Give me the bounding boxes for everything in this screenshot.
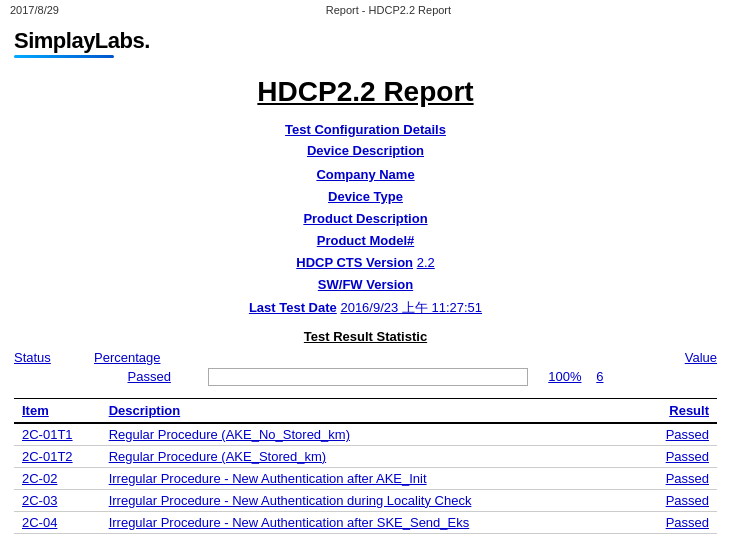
- desc-cell[interactable]: Regular Procedure (AKE_No_Stored_km): [101, 423, 640, 446]
- col-item-header[interactable]: Item: [14, 398, 101, 423]
- stat-pct-val[interactable]: 100%: [532, 369, 582, 384]
- col-result-header[interactable]: Result: [640, 398, 717, 423]
- device-field-label[interactable]: Product Description: [303, 211, 427, 226]
- stat-col-percentage[interactable]: Percentage: [94, 350, 224, 365]
- result-cell[interactable]: Passed: [640, 489, 717, 511]
- device-field-row: Product Description: [14, 208, 717, 230]
- main-content: HDCP2.2 Report Test Configuration Detail…: [0, 62, 731, 535]
- logo-text: SimplayLabs.: [14, 28, 150, 53]
- device-field-label[interactable]: Product Model#: [317, 233, 415, 248]
- test-config-link[interactable]: Test Configuration Details: [285, 122, 446, 137]
- device-field-row: SW/FW Version: [14, 274, 717, 296]
- stat-status-val[interactable]: Passed: [128, 369, 208, 384]
- result-cell[interactable]: Passed: [640, 423, 717, 446]
- logo-underline: [14, 55, 114, 58]
- result-cell[interactable]: Passed: [640, 511, 717, 533]
- desc-cell[interactable]: Irregular Procedure - New Authentication…: [101, 511, 640, 533]
- device-field-row: Device Type: [14, 186, 717, 208]
- stat-col-value[interactable]: Value: [657, 350, 717, 365]
- stat-data-row: Passed 100% 6: [14, 368, 717, 386]
- table-row: 2C-01T1Regular Procedure (AKE_No_Stored_…: [14, 423, 717, 446]
- stat-title: Test Result Statistic: [14, 329, 717, 344]
- desc-cell[interactable]: Irregular Procedure - New Authentication…: [101, 489, 640, 511]
- table-row: 2C-01T2Regular Procedure (AKE_Stored_km)…: [14, 445, 717, 467]
- logo-area: SimplayLabs.: [0, 20, 731, 62]
- stat-header-row: Status Percentage Value: [14, 350, 717, 365]
- stat-col-status[interactable]: Status: [14, 350, 94, 365]
- item-cell[interactable]: 2C-04: [14, 511, 101, 533]
- table-row: 2C-02Irregular Procedure - New Authentic…: [14, 467, 717, 489]
- device-field-label[interactable]: HDCP CTS Version: [296, 255, 413, 270]
- device-description: Company NameDevice TypeProduct Descripti…: [14, 164, 717, 319]
- device-field-value[interactable]: 2.2: [417, 255, 435, 270]
- desc-cell[interactable]: Regular Procedure (AKE_Stored_km): [101, 445, 640, 467]
- date-label: 2017/8/29: [10, 4, 59, 16]
- col-desc-header[interactable]: Description: [101, 398, 640, 423]
- top-bar-spacer: [718, 4, 721, 16]
- progress-bar: [208, 368, 528, 386]
- report-title: HDCP2.2 Report: [14, 76, 717, 108]
- item-cell[interactable]: 2C-02: [14, 467, 101, 489]
- page-title: Report - HDCP2.2 Report: [326, 4, 451, 16]
- device-desc-link[interactable]: Device Description: [307, 143, 424, 158]
- device-field-value[interactable]: 2016/9/23 上午 11:27:51: [340, 300, 482, 315]
- item-cell[interactable]: 2C-01T1: [14, 423, 101, 446]
- device-field-label[interactable]: SW/FW Version: [318, 277, 413, 292]
- device-field-label[interactable]: Last Test Date: [249, 300, 337, 315]
- logo: SimplayLabs.: [14, 28, 717, 54]
- config-links: Test Configuration Details: [14, 122, 717, 137]
- results-table: Item Description Result 2C-01T1Regular P…: [14, 398, 717, 535]
- device-field-label[interactable]: Company Name: [316, 167, 414, 182]
- progress-bar-fill: [209, 369, 527, 385]
- item-cell[interactable]: 2C-03: [14, 489, 101, 511]
- desc-cell[interactable]: Irregular Procedure - New Authentication…: [101, 467, 640, 489]
- table-row: 2C-04Irregular Procedure - New Authentic…: [14, 511, 717, 533]
- device-desc-link-row: Device Description: [14, 143, 717, 158]
- stat-section: Test Result Statistic Status Percentage …: [14, 329, 717, 386]
- table-row: 2C-03Irregular Procedure - New Authentic…: [14, 489, 717, 511]
- device-field-label[interactable]: Device Type: [328, 189, 403, 204]
- device-field-row: HDCP CTS Version 2.2: [14, 252, 717, 274]
- device-field-row: Company Name: [14, 164, 717, 186]
- device-field-row: Product Model#: [14, 230, 717, 252]
- top-bar: 2017/8/29 Report - HDCP2.2 Report: [0, 0, 731, 20]
- table-header-row: Item Description Result: [14, 398, 717, 423]
- item-cell[interactable]: 2C-01T2: [14, 445, 101, 467]
- device-field-row: Last Test Date 2016/9/23 上午 11:27:51: [14, 297, 717, 319]
- result-cell[interactable]: Passed: [640, 467, 717, 489]
- result-cell[interactable]: Passed: [640, 445, 717, 467]
- stat-num-val[interactable]: 6: [584, 369, 604, 384]
